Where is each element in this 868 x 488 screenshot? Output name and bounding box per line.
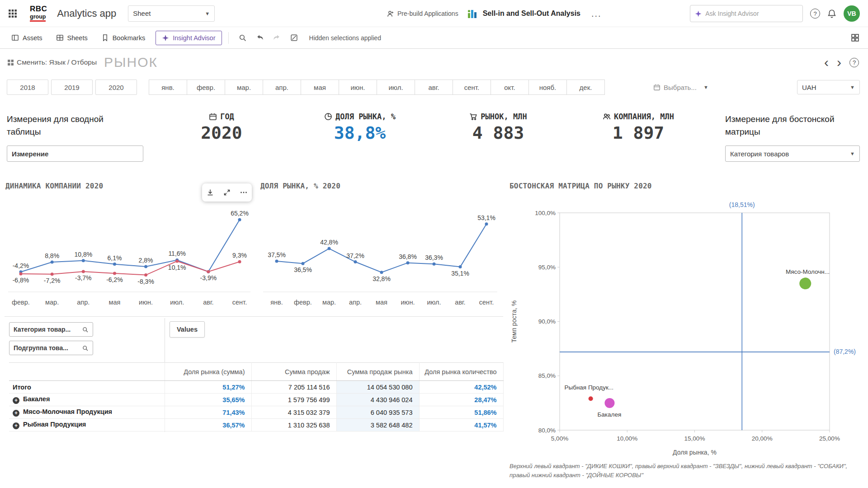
month-button-5[interactable]: мая	[301, 80, 339, 95]
table-cell: 4 430 946 024	[336, 394, 419, 406]
assets-button[interactable]: Assets	[5, 31, 48, 45]
month-button-2[interactable]: февр.	[187, 80, 225, 95]
svg-text:-6,2%: -6,2%	[106, 276, 123, 283]
step-back-button[interactable]	[252, 30, 268, 46]
svg-text:апр.: апр.	[349, 299, 362, 306]
chevron-right-icon[interactable]: ›	[837, 56, 841, 69]
year-button-2019[interactable]: 2019	[51, 80, 93, 95]
search-icon	[82, 326, 89, 333]
sheet-navigation: ‹ › ?	[824, 56, 859, 69]
month-button-7[interactable]: июл.	[377, 80, 415, 95]
download-button[interactable]	[204, 187, 216, 198]
sheet-grid-button[interactable]	[847, 30, 863, 46]
selections-tool-button[interactable]	[235, 30, 250, 46]
row-label-header	[9, 363, 165, 381]
expand-icon	[223, 188, 231, 197]
column-header[interactable]: Сумма продаж	[251, 363, 336, 381]
dynamics-chart[interactable]: -4,2%8,8%10,8%6,1%2,8%11,6%-3,9%65,2%-6,…	[5, 192, 253, 314]
boston-dimension-value: Категория товаров	[730, 150, 789, 158]
insight-advisor-search[interactable]	[690, 5, 803, 22]
expand-icon[interactable]: +	[13, 397, 19, 404]
row-label[interactable]: +Бакалея	[9, 394, 165, 406]
column-header[interactable]: Доля рынка количество	[419, 363, 503, 381]
small-grid-icon[interactable]	[7, 59, 14, 66]
bubble-point[interactable]	[799, 277, 811, 289]
date-picker-button[interactable]: Выбрать... ▼	[653, 80, 708, 95]
table-cell: 1 310 325 638	[251, 419, 336, 432]
clear-selections-button[interactable]	[287, 30, 302, 46]
chevron-left-icon[interactable]: ‹	[824, 56, 829, 69]
kpi-market: РЫНОК, МЛН 4 883	[448, 112, 548, 143]
boston-dimension-select[interactable]: Категория товаров ▼	[725, 145, 860, 162]
help-icon[interactable]: ?	[810, 9, 820, 19]
filter-subgroup-label: Подгруппа това...	[14, 344, 68, 352]
month-button-12[interactable]: дек.	[566, 80, 605, 95]
expand-button[interactable]	[221, 187, 233, 198]
boston-matrix-chart[interactable]: 100,0%95,0%90,0%85,0%80,0%5,00%10,00%15,…	[510, 198, 865, 462]
year-button-2018[interactable]: 2018	[7, 80, 48, 95]
bubble-point[interactable]	[604, 398, 614, 408]
pivot-dimension-listbox[interactable]: Измерение	[7, 145, 143, 162]
rbc-logo[interactable]: RBC group	[30, 5, 47, 22]
row-label[interactable]: Итого	[9, 381, 165, 394]
kpi-market-share: ДОЛЯ РЫНКА, % 38,8%	[310, 112, 410, 143]
month-filter-group: янв.февр.мар.апр.маяиюн.июл.авг.сент.окт…	[149, 80, 605, 95]
svg-text:(87,2%): (87,2%)	[834, 348, 856, 355]
row-label[interactable]: +Рыбная Продукция	[9, 419, 165, 432]
prebuild-applications-link[interactable]: Pre-build Applications	[387, 10, 458, 18]
month-button-11[interactable]: нояб.	[528, 80, 567, 95]
header-right: ? VB	[690, 0, 860, 27]
year-button-2020[interactable]: 2020	[95, 80, 137, 95]
insight-advisor-button[interactable]: Insight Advisor	[156, 31, 222, 45]
month-button-3[interactable]: мар.	[225, 80, 263, 95]
step-forward-button[interactable]	[269, 30, 285, 46]
month-button-4[interactable]: апр.	[263, 80, 301, 95]
filter-subgroup[interactable]: Подгруппа това...	[9, 341, 93, 355]
search-input[interactable]	[705, 10, 798, 17]
month-button-1[interactable]: янв.	[149, 80, 187, 95]
svg-text:53,1%: 53,1%	[477, 214, 495, 221]
row-label[interactable]: +Мясо-Молочная Продукция	[9, 406, 165, 419]
boston-chart-title: БОСТОНСКАЯ МАТРИЦА ПО РЫНКУ 2020	[509, 182, 652, 190]
sheet-help-icon[interactable]: ?	[849, 58, 859, 67]
month-button-10[interactable]: окт.	[491, 80, 529, 95]
month-button-9[interactable]: сент.	[453, 80, 491, 95]
insight-advisor-label: Insight Advisor	[173, 34, 215, 42]
app-logo-icon	[467, 8, 478, 19]
expand-icon[interactable]: +	[13, 410, 19, 417]
pivot-header-row: Доля рынка (сумма) Сумма продаж Сумма пр…	[9, 363, 503, 381]
pivot-dimension-value: Измерение	[12, 150, 48, 158]
sheets-button[interactable]: Sheets	[50, 31, 94, 45]
svg-text:февр.: февр.	[294, 299, 312, 306]
column-header[interactable]: Сумма продаж рынка	[336, 363, 419, 381]
bookmarks-button[interactable]: Bookmarks	[95, 31, 151, 45]
boston-dimension-label: Измерение для бостонской матрицы	[725, 113, 852, 138]
svg-text:февр.: февр.	[12, 299, 30, 306]
avatar[interactable]: VB	[844, 5, 860, 22]
more-options-button[interactable]: ...	[589, 9, 604, 19]
svg-text:мар.: мар.	[322, 299, 336, 306]
svg-text:42,8%: 42,8%	[320, 239, 338, 246]
app-grid-icon[interactable]	[8, 9, 17, 18]
svg-text:32,8%: 32,8%	[373, 275, 391, 282]
charts-separator	[5, 316, 503, 317]
sheet-selector[interactable]: Sheet ▼	[128, 5, 215, 22]
filter-category[interactable]: Категория товар...	[9, 322, 93, 337]
column-header[interactable]: Доля рынка (сумма)	[165, 363, 251, 381]
bubble-point[interactable]	[589, 396, 593, 401]
svg-text:36,5%: 36,5%	[294, 266, 312, 273]
switch-language-link[interactable]: Сменить: Язык / Отборы	[17, 58, 97, 66]
search-icon	[82, 345, 89, 352]
currency-selector[interactable]: UAH ▼	[797, 80, 860, 94]
bell-icon[interactable]	[827, 9, 836, 18]
month-button-6[interactable]: июн.	[339, 80, 377, 95]
table-cell: 4 315 032 379	[251, 406, 336, 419]
values-chip[interactable]: Values	[170, 321, 205, 338]
chart-more-button[interactable]	[238, 187, 250, 198]
grid-view-icon	[851, 33, 859, 42]
month-button-8[interactable]: авг.	[415, 80, 453, 95]
market-share-chart[interactable]: 37,5%36,5%42,8%37,2%32,8%36,8%36,3%35,1%…	[260, 192, 500, 314]
expand-icon[interactable]: +	[13, 422, 19, 429]
svg-text:2,8%: 2,8%	[139, 257, 153, 264]
svg-text:85,0%: 85,0%	[538, 372, 556, 379]
